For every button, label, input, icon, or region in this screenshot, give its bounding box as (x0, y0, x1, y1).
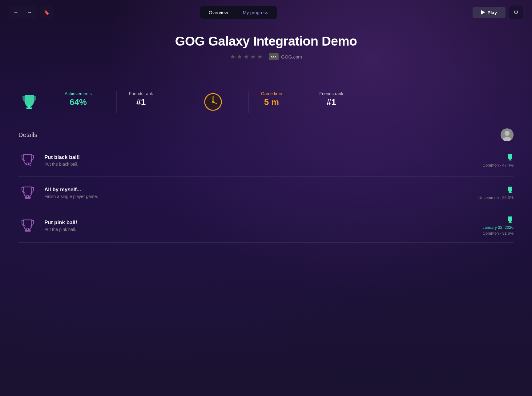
forward-button[interactable]: → (23, 6, 36, 19)
details-title: Details (18, 131, 37, 139)
achievement-name-2: All by myself... (44, 187, 471, 193)
achievement-trophy-1 (18, 151, 37, 170)
achievement-rarity-2: Uncommon · 26.3% (478, 195, 514, 200)
star-4: ★ (250, 53, 256, 60)
svg-rect-16 (509, 160, 512, 160)
svg-rect-24 (509, 222, 512, 223)
friend-avatar (501, 128, 514, 141)
achievement-trophy-2 (18, 184, 37, 202)
settings-button[interactable]: ⚙ (509, 6, 523, 19)
star-rating: ★ ★ ★ ★ ★ (230, 53, 263, 60)
nav-arrows: ← → (9, 6, 36, 19)
publisher-info: GOG GOG.com (269, 53, 302, 60)
gog-logo: GOG (269, 53, 279, 60)
achievements-value: 64% (70, 97, 87, 107)
achievement-earned-icon-1 (507, 154, 514, 162)
details-section: Details (0, 122, 532, 249)
achievement-desc-3: Put the pink ball. (44, 227, 475, 232)
achievement-list: Put black ball! Put the black ball. Comm… (18, 144, 514, 243)
bookmark-button[interactable]: 🔖 (40, 6, 54, 19)
friends-rank-value-2: #1 (327, 97, 336, 107)
stats-group: Achievements 64% Friends rank #1 (52, 91, 514, 113)
publisher-name: GOG.com (281, 54, 302, 59)
achievement-earned-icon-2 (507, 186, 514, 194)
top-nav: ← → 🔖 Overview My progress Play ⚙ (0, 0, 532, 25)
achievement-trophy-3 (18, 216, 37, 235)
svg-rect-23 (510, 221, 511, 222)
stat-friends-rank-1: Friends rank #1 (116, 91, 153, 113)
tabs-container: Overview My progress (200, 6, 277, 19)
details-header: Details (18, 128, 514, 141)
tab-overview[interactable]: Overview (201, 7, 236, 18)
svg-rect-20 (509, 192, 512, 193)
achievement-rarity-3: Common · 31.6% (483, 231, 514, 236)
game-time-value: 5 m (264, 97, 279, 107)
svg-rect-22 (25, 230, 30, 231)
svg-rect-2 (28, 105, 30, 107)
achievement-info-3: Put pink ball! Put the pink ball. (44, 220, 475, 232)
svg-rect-15 (510, 159, 511, 160)
stat-game-time: Game time 5 m (248, 91, 282, 113)
tab-my-progress[interactable]: My progress (236, 7, 276, 18)
achievements-label: Achievements (65, 91, 92, 96)
svg-point-8 (212, 101, 214, 103)
game-header: GOG Galaxy Integration Demo ★ ★ ★ ★ ★ GO… (0, 25, 532, 67)
achievement-desc-1: Put the black ball. (44, 162, 475, 167)
stats-section: Achievements 64% Friends rank #1 (0, 91, 532, 122)
app-container: ← → 🔖 Overview My progress Play ⚙ GOG Ga… (0, 0, 532, 396)
game-meta: ★ ★ ★ ★ ★ GOG GOG.com (6, 53, 526, 60)
achievement-right-2: Uncommon · 26.3% (478, 186, 514, 200)
game-title: GOG Galaxy Integration Demo (6, 34, 526, 49)
trophy-icon-large (18, 91, 40, 113)
svg-rect-18 (25, 197, 30, 198)
stat-achievements: Achievements 64% (52, 91, 92, 113)
back-button[interactable]: ← (9, 6, 23, 19)
stat-friends-rank-2: Friends rank #1 (307, 91, 343, 113)
friends-rank-label-2: Friends rank (319, 91, 343, 96)
achievement-name-1: Put black ball! (44, 154, 475, 160)
achievement-right-3: January 22, 2020 Common · 31.6% (483, 216, 514, 236)
achievement-date-3: January 22, 2020 (483, 225, 514, 230)
achievement-right-1: Common · 47.4% (483, 154, 514, 168)
achievement-info-2: All by myself... Finish a single player … (44, 187, 471, 199)
trophy-container (18, 91, 40, 113)
svg-point-11 (505, 131, 510, 136)
svg-text:GOG: GOG (271, 56, 276, 59)
play-button[interactable]: Play (473, 7, 506, 18)
achievement-info-1: Put black ball! Put the black ball. (44, 154, 475, 167)
achievement-item-1: Put black ball! Put the black ball. Comm… (18, 144, 514, 177)
achievement-name-3: Put pink ball! (44, 220, 475, 226)
star-1: ★ (230, 53, 236, 60)
achievement-desc-2: Finish a single player game. (44, 194, 471, 199)
star-3: ★ (244, 53, 249, 60)
achievement-rarity-1: Common · 47.4% (483, 163, 514, 168)
svg-rect-19 (510, 191, 511, 192)
achievement-earned-icon-3 (507, 216, 514, 224)
svg-rect-3 (26, 107, 32, 109)
friends-rank-label-1: Friends rank (129, 91, 153, 96)
star-2: ★ (237, 53, 242, 60)
stat-clock (190, 91, 224, 113)
clock-icon (202, 91, 224, 113)
play-icon (481, 10, 485, 14)
svg-rect-14 (25, 165, 30, 166)
play-label: Play (487, 10, 497, 15)
friends-rank-value-1: #1 (136, 97, 146, 107)
achievement-item-2: All by myself... Finish a single player … (18, 177, 514, 209)
star-5: ★ (257, 53, 263, 60)
achievement-item-3: Put pink ball! Put the pink ball. Januar… (18, 209, 514, 243)
game-time-label: Game time (261, 91, 282, 96)
